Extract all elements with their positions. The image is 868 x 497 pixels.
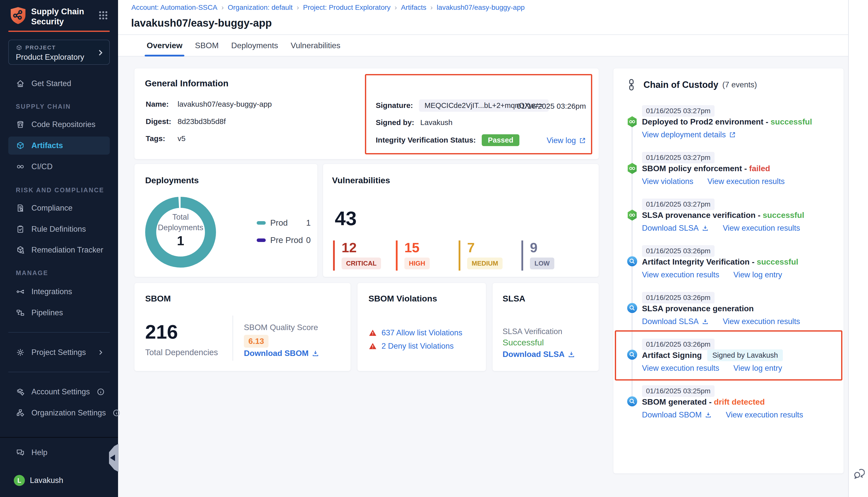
violation-row: 2 Deny list Violations — [368, 342, 453, 351]
breadcrumb-link[interactable]: Artifacts — [401, 3, 426, 12]
sidebar-item-rule-definitions[interactable]: Rule Definitions — [8, 220, 110, 238]
sidebar-item-label: Organization Settings — [31, 408, 106, 417]
donut-center-label: Total — [144, 212, 217, 223]
breadcrumb-separator: › — [221, 3, 224, 12]
signed-by-badge: Signed by Lavakush — [707, 350, 783, 361]
breadcrumb-link[interactable]: lavakush07/easy-buggy-app — [437, 3, 525, 12]
sidebar: Supply ChainSecurity PROJECT Product Exp… — [0, 0, 118, 497]
breadcrumb: Account: Automation-SSCA›Organization: d… — [131, 3, 525, 12]
sidebar-item-code-repositories[interactable]: Code Repositories — [8, 115, 110, 133]
deployments-donut-chart: Total Deployments 1 — [144, 196, 217, 269]
event-title: SBOM policy enforcement - failed — [642, 163, 770, 174]
event-link-view-log-entry[interactable]: View log entry — [733, 364, 782, 373]
event-link-view-violations[interactable]: View violations — [642, 177, 693, 186]
clipboard-icon — [16, 225, 25, 234]
tab-sbom[interactable]: SBOM — [195, 35, 219, 56]
vulnerability-stat-high: 15HIGH — [396, 240, 430, 271]
sidebar-item-pipelines[interactable]: Pipelines — [8, 304, 110, 322]
event-title: Artifact SigningSigned by Lavakush — [642, 350, 783, 361]
card-title: SLSA — [503, 294, 526, 303]
event-link-view-execution-results[interactable]: View execution results — [642, 364, 719, 373]
event-status: failed — [749, 164, 770, 173]
project-label: PROJECT — [25, 44, 56, 51]
sbom-total-dependencies: 216 — [145, 321, 178, 343]
sidebar-item-get-started[interactable]: Get Started — [8, 74, 110, 93]
main-area: Account: Automation-SSCA›Organization: d… — [118, 0, 848, 497]
event-title: Deployed to Prod2 environment - successf… — [642, 116, 812, 128]
info-icon[interactable] — [112, 409, 121, 417]
breadcrumb-separator: › — [431, 3, 433, 12]
event-link-view-execution-results[interactable]: View execution results — [642, 270, 719, 279]
sidebar-item-remediation-tracker[interactable]: Remediation Tracker — [8, 241, 110, 259]
card-title: Vulnerabilities — [332, 175, 390, 185]
event-status: successful — [771, 117, 812, 127]
vulnerability-stat-low: 9LOW — [521, 240, 554, 271]
deployments-card: Deployments Total Deployments 1 Prod1Pre… — [134, 164, 318, 277]
legend-swatch — [257, 221, 266, 225]
breadcrumb-link[interactable]: Account: Automation-SSCA — [131, 3, 217, 12]
accent-divider — [8, 31, 110, 32]
event-link-download-sbom[interactable]: Download SBOM — [642, 410, 712, 420]
sidebar-item-ci-cd[interactable]: CI/CD — [8, 158, 110, 176]
sbom-quality-score-badge: 6.13 — [244, 335, 268, 347]
event-link-download-slsa[interactable]: Download SLSA — [642, 224, 709, 233]
event-link-view-execution-results[interactable]: View execution results — [723, 224, 800, 233]
download-slsa-link[interactable]: Download SLSA — [503, 350, 575, 359]
breadcrumb-link[interactable]: Project: Product Exploratory — [303, 3, 391, 12]
project-selector[interactable]: PROJECT Product Exploratory — [8, 40, 110, 65]
legend-swatch — [257, 239, 266, 242]
chain-of-custody-title: Chain of Custody — [643, 80, 718, 90]
breadcrumb-separator: › — [297, 3, 299, 12]
event-status: successful — [763, 211, 804, 220]
event-link-view-execution-results[interactable]: View execution results — [723, 317, 800, 326]
docsearch-icon — [16, 203, 25, 213]
sidebar-item-integrations[interactable]: Integrations — [8, 283, 110, 301]
app-title: Supply ChainSecurity — [31, 6, 84, 27]
sidebar-item-account-settings[interactable]: Account Settings — [8, 383, 110, 401]
tab-vulnerabilities[interactable]: Vulnerabilities — [291, 35, 340, 56]
breadcrumb-link[interactable]: Organization: default — [228, 3, 293, 12]
sidebar-item-compliance[interactable]: Compliance — [8, 199, 110, 217]
legend-item-pre-prod: Pre Prod0 — [257, 236, 311, 245]
severity-badge: HIGH — [404, 257, 430, 269]
event-timestamp: 01/16/2025 03:26pm — [642, 245, 715, 257]
vuln-count: 7 — [467, 240, 503, 255]
violation-link[interactable]: 2 Deny list Violations — [381, 342, 453, 351]
module-switcher-grid-icon[interactable] — [97, 10, 109, 21]
tab-deployments[interactable]: Deployments — [231, 35, 278, 56]
sidebar-item-artifacts[interactable]: Artifacts — [8, 137, 110, 155]
sidebar-item-help[interactable]: Help — [8, 443, 110, 462]
sidebar-item-label: Rule Definitions — [31, 225, 86, 234]
event-links: View violationsView execution results — [642, 177, 785, 186]
project-cube-icon — [16, 44, 22, 51]
severity-badge: CRITICAL — [341, 257, 381, 269]
signature-label: Signature: — [376, 101, 413, 110]
info-icon[interactable] — [96, 387, 105, 396]
event-link-view-execution-results[interactable]: View execution results — [707, 177, 785, 186]
sbom-violations-card: SBOM Violations 637 Allow list Violation… — [357, 283, 486, 371]
event-link-download-slsa[interactable]: Download SLSA — [642, 317, 709, 326]
chat-support-icon[interactable] — [853, 467, 865, 480]
vulnerabilities-total: 43 — [335, 207, 356, 230]
events-count: (7 events) — [722, 80, 757, 89]
sidebar-item-project-settings[interactable]: Project Settings — [8, 343, 110, 361]
tab-overview[interactable]: Overview — [147, 35, 182, 56]
tab-bar: OverviewSBOMDeploymentsVulnerabilities — [118, 35, 848, 56]
help-chat-icon — [16, 448, 25, 457]
violation-link[interactable]: 637 Allow list Violations — [381, 328, 462, 337]
avatar: L — [14, 475, 25, 486]
download-sbom-link[interactable]: Download SBOM — [244, 349, 319, 358]
event-link-view-log-entry[interactable]: View log entry — [733, 270, 782, 279]
slsa-verification-label: SLSA Verification — [503, 327, 562, 336]
event-link-view-deployment-details[interactable]: View deployment details — [642, 130, 736, 139]
download-icon — [702, 318, 709, 325]
event-link-view-execution-results[interactable]: View execution results — [726, 410, 803, 420]
view-log-link[interactable]: View log — [547, 136, 586, 145]
general-info-field: Name:lavakush07/easy-buggy-app — [146, 99, 272, 110]
scan-circle-icon — [627, 303, 638, 313]
sidebar-item-organization-settings[interactable]: Organization Settings — [8, 404, 110, 422]
breadcrumb-separator: › — [395, 3, 397, 12]
sidebar-item-user[interactable]: L Lavakush — [8, 471, 110, 489]
external-link-icon — [579, 137, 586, 144]
severity-badge: MEDIUM — [467, 257, 503, 269]
